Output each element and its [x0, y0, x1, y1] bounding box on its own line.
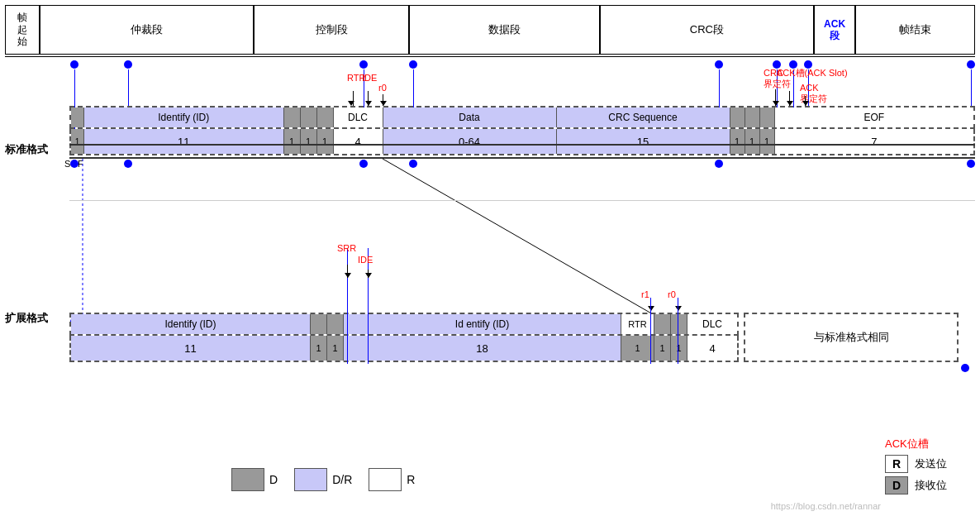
- send-row: R 发送位: [885, 455, 947, 473]
- std-val-data: 0-64: [383, 129, 557, 154]
- std-val-ide: 1: [301, 129, 317, 154]
- std-val-g3: 1: [760, 129, 775, 154]
- exp-cell-srr-name: [311, 314, 327, 334]
- exp-same-label: 与标准格式相同: [744, 313, 959, 362]
- header-cell-control: 控制段: [254, 5, 409, 55]
- recv-row: D 接收位: [885, 476, 947, 494]
- std-cell-crc-name: CRC Sequence: [557, 108, 730, 127]
- exp-annot-r1: r1: [641, 289, 649, 299]
- std-format-label: 标准格式: [5, 142, 48, 157]
- exp-val-ide: 1: [327, 336, 344, 361]
- std-cell-ide-name: [301, 108, 317, 127]
- exp-vline-ide2: [368, 313, 369, 364]
- exp-format-label: 扩展格式: [5, 311, 48, 326]
- dot-b5: [715, 160, 723, 168]
- exp-name-row: Identify (ID) Id entify (ID) RTR DLC: [69, 313, 739, 336]
- watermark: https://blog.csdn.net/rannar: [771, 501, 881, 511]
- dot-1: [70, 60, 78, 69]
- arrow-ack-delim: [805, 96, 806, 106]
- std-val-dlc: 4: [334, 129, 383, 154]
- legend-item-dr: D/R: [294, 468, 352, 491]
- exp-cell-id-name: Identify (ID): [71, 314, 311, 334]
- svg-line-0: [383, 159, 653, 314]
- arrow-ack-slot: [789, 91, 790, 106]
- std-cell-g1-name: [730, 108, 745, 127]
- std-cell-r0-name: [317, 108, 334, 127]
- std-cell-rtr-name: [284, 108, 301, 127]
- exp-val-r1: 1: [654, 336, 671, 361]
- vline-4: [413, 69, 414, 111]
- header-cell-end: 帧结束: [855, 5, 975, 55]
- annot-ide-std: IDE: [362, 73, 377, 83]
- legend-box-d: [231, 468, 264, 491]
- legend-label-r: R: [407, 473, 415, 486]
- exp-val-id: 11: [71, 336, 311, 361]
- exp-vline-srr: [347, 248, 348, 314]
- std-cell-g3-name: [760, 108, 775, 127]
- separator-line: [69, 200, 975, 201]
- exp-val-srr: 1: [311, 336, 327, 361]
- vline-5: [719, 69, 720, 111]
- dot-4: [409, 60, 417, 69]
- send-label: 发送位: [915, 456, 947, 471]
- std-cell-g2-name: [745, 108, 760, 127]
- std-cell-sof-name: [71, 108, 84, 127]
- std-cell-dlc-name: DLC: [334, 108, 383, 127]
- header-cell-start: 帧 起 始: [5, 5, 40, 55]
- right-legend: ACK位槽 R 发送位 D 接收位: [885, 437, 947, 494]
- legend-label-d: D: [269, 473, 278, 486]
- std-val-eof: 7: [775, 129, 974, 154]
- dot-b1: [70, 160, 78, 168]
- std-top-line: [69, 144, 975, 146]
- legend-item-r: R: [369, 468, 415, 491]
- std-val-crc: 15: [557, 129, 730, 154]
- std-val-id: 11: [84, 129, 284, 154]
- dot-5: [715, 60, 723, 69]
- exp-arrow-srr: [347, 265, 348, 278]
- dot-2: [124, 60, 132, 69]
- exp-arrow-ide: [368, 270, 369, 278]
- divider-line: [5, 56, 975, 57]
- ack-slot-label: ACK位槽: [885, 437, 947, 452]
- page-wrapper: 帧 起 始 仲裁段 控制段 数据段 CRC段 ACK 段 帧结束 标准格式 SO…: [0, 0, 980, 516]
- std-bottom-line: [69, 157, 975, 159]
- exp-vline-r0: [678, 298, 678, 364]
- r-send-box: R: [885, 455, 908, 473]
- exp-cell-ide-name: [327, 314, 344, 334]
- std-cell-data-name: Data: [383, 108, 557, 127]
- exp-val-dlc: 4: [687, 336, 737, 361]
- dot-3: [359, 60, 368, 69]
- dot-9: [967, 60, 975, 69]
- exp-cell-rtr-name: RTR: [621, 314, 654, 334]
- exp-cell-id2-name: Id entify (ID): [344, 314, 621, 334]
- exp-vline-srr2: [347, 313, 348, 364]
- header-cell-crc: CRC段: [600, 5, 814, 55]
- d-recv-box: D: [885, 476, 908, 494]
- recv-label: 接收位: [915, 478, 947, 493]
- dot-b4: [409, 160, 417, 168]
- exp-dot-end: [965, 364, 973, 372]
- dot-b2: [124, 160, 132, 168]
- arrow-ide-std: [368, 91, 369, 106]
- std-value-row: 1 11 1 1 1 4 0-64 15 1 1 1 7: [69, 129, 975, 155]
- arrow-rtr: [353, 91, 354, 106]
- arrow-r0-std: [383, 94, 383, 106]
- std-cell-eof-name: EOF: [775, 108, 974, 127]
- header-cell-data: 数据段: [409, 5, 600, 55]
- exp-vline-r1: [650, 298, 651, 364]
- std-val-rtr: 1: [284, 129, 301, 154]
- header-row: 帧 起 始 仲裁段 控制段 数据段 CRC段 ACK 段 帧结束: [5, 5, 975, 55]
- exp-cell-r1-name: [654, 314, 671, 334]
- exp-cell-r0-name: [671, 314, 687, 334]
- header-cell-ack: ACK 段: [814, 5, 855, 55]
- std-cell-id-name: Identify (ID): [84, 108, 284, 127]
- std-name-row: Identify (ID) DLC Data CRC Sequence EOF: [69, 106, 975, 129]
- legend-box-r: [369, 468, 402, 491]
- std-val-r0: 1: [317, 129, 334, 154]
- legend-box-dr: [294, 468, 327, 491]
- exp-val-r0: 1: [671, 336, 687, 361]
- exp-annot-ide: IDE: [358, 255, 373, 265]
- exp-cell-dlc-name: DLC: [687, 314, 737, 334]
- std-val-g1: 1: [730, 129, 745, 154]
- exp-val-id2: 18: [344, 336, 621, 361]
